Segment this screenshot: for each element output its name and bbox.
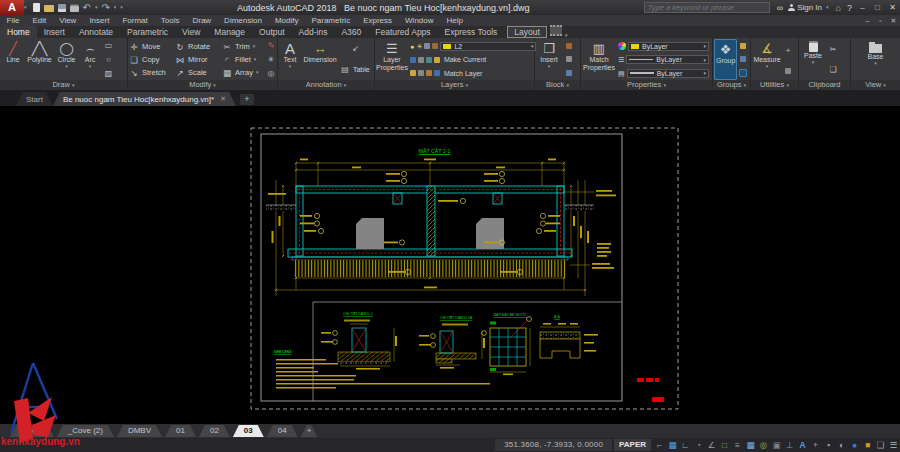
table-button[interactable]: ▤ Table [341,63,369,75]
new-file-icon[interactable] [33,3,40,12]
measure-button[interactable]: ∡ Measure ▾ [752,39,782,80]
doc-restore-button[interactable]: ▫ [874,17,887,24]
ribbon-tab-output[interactable]: Output [252,26,292,38]
layout-tab-04[interactable]: 04 [267,425,298,437]
search-icon[interactable]: ∞ [777,3,783,13]
menu-help[interactable]: Help [440,16,469,25]
lock-ui-icon[interactable]: ▪ [822,439,835,451]
menu-insert[interactable]: Insert [83,16,116,25]
panel-label-properties[interactable]: Properties ▾ [581,80,712,90]
menu-express[interactable]: Express [357,16,399,25]
save-icon[interactable] [58,4,66,12]
layout-tab-dmbv[interactable]: DMBV [117,425,162,437]
layer-plot-icon[interactable] [432,43,438,49]
app-store-icon[interactable]: ⌂ [836,3,841,13]
insert-button[interactable]: ❒ Insert ▾ [536,39,562,80]
customization-icon[interactable]: ☰ [887,439,900,451]
layer-vpfreeze-icon[interactable] [418,70,424,76]
menu-modify[interactable]: Modify [268,16,305,25]
drawing-canvas[interactable]: MẶT CẮT 1-1 CHI TIẾT DẦM D-1 CHI TIẾT DẦ… [0,106,900,424]
layer-thaw-icon[interactable]: ☀ [416,42,422,51]
panel-label-block[interactable]: Block ▾ [535,80,580,90]
move-button[interactable]: ✛Move [129,40,175,53]
isolate-objects-icon[interactable]: ◐ [835,439,848,451]
lineweight-icon[interactable]: ▤ [618,69,625,78]
scale-button[interactable]: ↗Scale [175,66,222,79]
menu-format[interactable]: Format [116,16,154,25]
edit-attribute-icon[interactable] [566,43,572,49]
polar-tracking-icon[interactable]: ◔ [692,439,705,451]
base-button[interactable]: Base ▾ [862,39,890,80]
lineweight-dropdown[interactable]: ByLayer ▾ [627,69,709,78]
object-color-dropdown[interactable]: ByLayer ▾ [628,42,709,51]
arc-button[interactable]: ⌢ Arc ▾ [79,39,101,80]
panel-label-draw[interactable]: Draw ▾ [0,80,127,90]
layer-walk-icon[interactable] [410,70,416,76]
doc-minimize-button[interactable]: – [861,17,874,24]
mirror-button[interactable]: ⋈Mirror [175,53,222,66]
3d-osnap-icon[interactable]: ▣ [770,439,783,451]
ellipse-icon[interactable]: ○ [106,55,111,64]
paper-space-toggle[interactable]: PAPER [614,439,651,451]
plot-icon[interactable] [70,6,79,12]
text-button[interactable]: A Text ▾ [279,39,301,80]
match-layer-button[interactable]: Match Layer [444,70,483,77]
cut-icon[interactable]: ✂ [830,45,837,54]
help-icon[interactable]: ? [847,3,852,13]
color-wheel-icon[interactable] [618,42,626,50]
menu-window[interactable]: Window [399,16,440,25]
layer-freeze-icon[interactable] [426,57,432,63]
layer-off-icon[interactable] [434,57,440,63]
menu-edit[interactable]: Edit [26,16,53,25]
layer-unisolate-icon[interactable] [418,57,424,63]
ribbon-tab-parametric[interactable]: Parametric [120,26,175,38]
redo-icon[interactable]: ↷ [101,3,109,13]
undo-caret-icon[interactable]: ▾ [95,5,98,10]
transparency-icon[interactable]: ▦ [744,439,757,451]
graphics-performance-icon[interactable]: ● [848,439,861,451]
annotation-scale-icon[interactable]: + [809,439,822,451]
match-properties-button[interactable]: ▥ Match Properties [582,39,616,80]
copy-button[interactable]: ❏Copy [129,53,175,66]
layer-isolate-icon[interactable] [410,57,416,63]
array-button[interactable]: ▦Array▾ [222,66,266,79]
menu-dimension[interactable]: Dimension [218,16,269,25]
ribbon-display-icon[interactable] [550,25,562,36]
hatch-icon[interactable]: ▨ [105,69,113,78]
stretch-button[interactable]: ↘Stretch [129,66,175,79]
rectangle-icon[interactable]: ▭ [105,41,113,50]
dimension-button[interactable]: ↔ Dimension [301,39,339,80]
line-button[interactable]: ╱ Line [1,39,25,80]
close-button[interactable]: ✕ [885,3,900,12]
autocad-logo-icon[interactable]: A [0,0,24,15]
offset-icon[interactable]: ◎ [268,69,275,78]
circle-button[interactable]: ◯ Circle ▾ [54,39,79,80]
layer-lock-icon[interactable] [424,43,430,49]
group-edit-icon[interactable] [740,56,746,62]
panel-label-view[interactable]: View ▾ [851,80,900,90]
clean-screen-icon[interactable]: ❏ [874,439,887,451]
menu-tools[interactable]: Tools [154,16,186,25]
menu-file[interactable]: File [0,16,26,25]
ortho-mode-icon[interactable]: ∟ [679,439,692,451]
linetype-icon[interactable]: ☰ [618,55,624,64]
menu-parametric[interactable]: Parametric [305,16,357,25]
layer-delete-icon[interactable] [434,70,440,76]
quick-calc-icon[interactable]: + [786,46,791,55]
isodraft-icon[interactable]: ∠ [705,439,718,451]
app-menu-caret-icon[interactable]: ▾ [24,5,27,10]
manage-attributes-icon[interactable] [566,70,572,76]
doc-close-button[interactable]: ✕ [887,17,900,25]
group-button[interactable]: ❖ Group [714,39,737,80]
ribbon-tab-express-tools[interactable]: Express Tools [438,26,505,38]
file-tab-close-icon[interactable]: ✕ [220,95,226,103]
panel-label-utilities[interactable]: Utilities ▾ [751,80,798,90]
sign-in-button[interactable]: Sign In [797,3,822,12]
ribbon-tab-a360[interactable]: A360 [334,26,368,38]
erase-icon[interactable]: ✎ [268,41,275,50]
layout-tab-02[interactable]: 02 [199,425,230,437]
file-tab-start[interactable]: Start [16,92,53,106]
id-point-icon[interactable] [785,68,791,74]
panel-label-groups[interactable]: Groups ▾ [713,80,750,90]
maximize-button[interactable]: □ [870,3,885,12]
